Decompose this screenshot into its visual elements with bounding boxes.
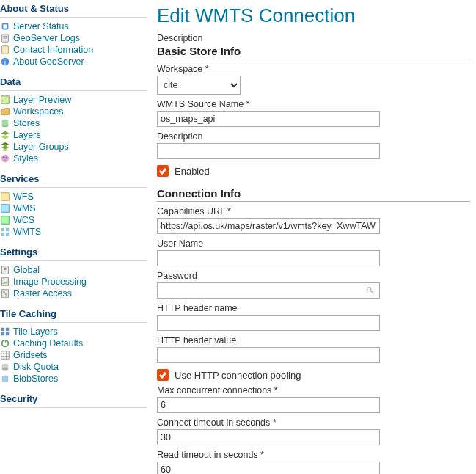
nav-item-geoserver-logs[interactable]: GeoServer Logs — [0, 32, 147, 44]
nav-item-layer-groups[interactable]: Layer Groups — [0, 141, 147, 153]
raster-icon — [0, 288, 10, 299]
use-pool-label: Use HTTP connection pooling — [175, 370, 301, 381]
nav-item-label[interactable]: Raster Access — [13, 288, 72, 299]
check-icon — [158, 371, 167, 379]
nav-item-label[interactable]: GeoServer Logs — [13, 33, 80, 43]
gridsets-icon — [0, 350, 10, 360]
source-name-input[interactable] — [157, 111, 380, 127]
enabled-checkbox[interactable] — [157, 165, 169, 177]
nav-item-label[interactable]: Gridsets — [13, 350, 48, 360]
styles-icon — [0, 153, 10, 164]
nav-item-image-processing[interactable]: Image Processing — [0, 276, 147, 288]
key-icon — [365, 285, 376, 296]
nav-item-label[interactable]: WCS — [13, 215, 34, 225]
description-label: Description — [157, 131, 470, 142]
stores-icon — [0, 118, 10, 128]
nav-item-layer-preview[interactable]: Layer Preview — [0, 94, 147, 106]
nav-item-label[interactable]: Contact Information — [13, 45, 93, 55]
disk-icon — [0, 362, 10, 372]
page-title: Edit WMTS Connection — [157, 4, 470, 27]
logs-icon — [0, 33, 10, 43]
nav-item-label[interactable]: WFS — [13, 192, 34, 202]
sidebar: About & StatusServer StatusGeoServer Log… — [0, 0, 147, 474]
read-timeout-label: Read timeout in seconds * — [157, 450, 470, 460]
basic-store-info-header: Basic Store Info — [157, 45, 470, 59]
contact-icon — [0, 45, 10, 55]
wfs-icon — [0, 192, 10, 202]
layergroups-icon — [0, 142, 10, 152]
nav-item-raster-access[interactable]: Raster Access — [0, 288, 147, 299]
enabled-label: Enabled — [175, 166, 210, 177]
workspace-select[interactable]: cite — [157, 76, 241, 95]
nav-item-styles[interactable]: Styles — [0, 153, 147, 164]
main-content: Edit WMTS Connection Description Basic S… — [147, 0, 476, 474]
wcs-icon — [0, 215, 10, 225]
nav-item-label[interactable]: Global — [13, 265, 40, 275]
image-icon — [0, 277, 10, 287]
nav-section-title: Security — [0, 384, 147, 408]
nav-item-label[interactable]: Tile Layers — [13, 327, 58, 337]
nav-item-label[interactable]: Workspaces — [13, 106, 64, 117]
max-conn-input[interactable] — [157, 397, 380, 413]
password-label: Password — [157, 271, 470, 281]
nav-item-label[interactable]: Layer Preview — [13, 95, 71, 105]
nav-item-label[interactable]: WMTS — [13, 227, 41, 237]
nav-item-tile-layers[interactable]: Tile Layers — [0, 326, 147, 338]
workspace-label: Workspace * — [157, 64, 470, 74]
nav-section-title: Data — [0, 68, 147, 91]
nav-item-gridsets[interactable]: Gridsets — [0, 349, 147, 361]
nav-item-blobstores[interactable]: BlobStores — [0, 373, 147, 384]
nav-item-wfs[interactable]: WFS — [0, 191, 147, 203]
nav-item-server-status[interactable]: Server Status — [0, 21, 147, 32]
about-icon — [0, 56, 10, 67]
nav-item-label[interactable]: About GeoServer — [13, 56, 84, 67]
blob-icon — [0, 373, 10, 384]
nav-item-workspaces[interactable]: Workspaces — [0, 106, 147, 117]
nav-item-contact-information[interactable]: Contact Information — [0, 44, 147, 56]
nav-section-title: Settings — [0, 238, 147, 261]
username-input[interactable] — [157, 250, 380, 266]
nav-item-label[interactable]: Caching Defaults — [13, 338, 83, 349]
nav-item-layers[interactable]: Layers — [0, 129, 147, 141]
http-header-name-input[interactable] — [157, 315, 380, 331]
status-icon — [0, 21, 10, 32]
source-name-label: WMTS Source Name * — [157, 99, 470, 109]
nav-item-label[interactable]: Disk Quota — [13, 362, 59, 372]
nav-section-title: Services — [0, 164, 147, 188]
nav-item-label[interactable]: BlobStores — [13, 373, 58, 384]
nav-item-wcs[interactable]: WCS — [0, 214, 147, 226]
nav-item-disk-quota[interactable]: Disk Quota — [0, 361, 147, 373]
nav-item-stores[interactable]: Stores — [0, 117, 147, 129]
nav-item-wms[interactable]: WMS — [0, 203, 147, 214]
check-icon — [158, 167, 167, 175]
preview-icon — [0, 95, 10, 105]
workspaces-icon — [0, 106, 10, 117]
caps-url-input[interactable] — [157, 218, 380, 234]
caps-url-label: Capabilities URL * — [157, 206, 470, 216]
connect-timeout-label: Connect timeout in seconds * — [157, 418, 470, 428]
nav-item-label[interactable]: WMS — [13, 203, 36, 214]
nav-item-label[interactable]: Layers — [13, 130, 41, 140]
layers-icon — [0, 130, 10, 140]
nav-item-label[interactable]: Styles — [13, 153, 38, 164]
connect-timeout-input[interactable] — [157, 429, 380, 445]
global-icon — [0, 265, 10, 275]
nav-item-label[interactable]: Layer Groups — [13, 142, 69, 152]
description-input[interactable] — [157, 143, 380, 159]
caching-icon — [0, 338, 10, 349]
nav-item-label[interactable]: Server Status — [13, 21, 69, 32]
http-header-value-input[interactable] — [157, 347, 380, 363]
nav-section-title: Tile Caching — [0, 299, 147, 323]
nav-item-caching-defaults[interactable]: Caching Defaults — [0, 338, 147, 349]
nav-item-label[interactable]: Stores — [13, 118, 40, 128]
nav-item-global[interactable]: Global — [0, 264, 147, 276]
read-timeout-input[interactable] — [157, 462, 380, 474]
nav-section-title: About & Status — [0, 3, 147, 18]
use-pool-checkbox[interactable] — [157, 369, 169, 381]
connection-info-header: Connection Info — [157, 187, 470, 202]
nav-item-about-geoserver[interactable]: About GeoServer — [0, 56, 147, 68]
nav-item-label[interactable]: Image Processing — [13, 277, 87, 287]
max-conn-label: Max concurrent connections * — [157, 385, 470, 395]
nav-item-wmts[interactable]: WMTS — [0, 226, 147, 238]
password-input[interactable] — [157, 282, 380, 299]
